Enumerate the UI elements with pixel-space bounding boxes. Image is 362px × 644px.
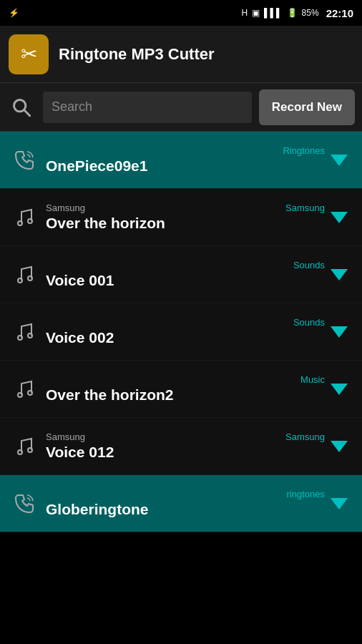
svg-point-7 bbox=[28, 333, 32, 338]
dropdown-button[interactable] bbox=[325, 432, 353, 461]
svg-point-9 bbox=[28, 391, 32, 395]
item-meta: Ringtones bbox=[46, 145, 325, 156]
item-title: Voice 002 bbox=[46, 329, 325, 346]
battery-percent: 85% bbox=[302, 8, 319, 18]
item-info: Sounds Voice 001 bbox=[40, 260, 325, 289]
list-item[interactable]: Sounds Voice 002 bbox=[0, 303, 362, 361]
app-header: ✂ Ringtone MP3 Cutter bbox=[0, 26, 362, 83]
item-title: OnePiece09e1 bbox=[46, 157, 325, 175]
search-input[interactable] bbox=[43, 92, 252, 123]
item-meta: Sounds bbox=[46, 260, 325, 270]
item-category: ringtones bbox=[287, 489, 325, 499]
list-item[interactable]: Music Over the horizon2 bbox=[0, 361, 362, 418]
record-new-button[interactable]: Record New bbox=[259, 89, 355, 125]
music-note-icon bbox=[9, 431, 40, 462]
item-info: Samsung Samsung Over the horizon bbox=[40, 203, 325, 232]
svg-point-3 bbox=[28, 219, 32, 223]
toolbar: Record New bbox=[0, 83, 362, 132]
item-meta: Samsung Samsung bbox=[46, 203, 325, 213]
item-category: Ringtones bbox=[283, 145, 325, 156]
chevron-down-icon bbox=[331, 326, 348, 338]
scissors-icon: ✂ bbox=[21, 42, 37, 66]
chevron-down-icon bbox=[331, 498, 348, 509]
item-category: Sounds bbox=[293, 260, 325, 270]
svg-point-8 bbox=[18, 393, 22, 397]
svg-point-11 bbox=[28, 448, 32, 452]
item-title: Over the horizon2 bbox=[46, 386, 325, 404]
svg-point-6 bbox=[18, 336, 22, 340]
song-list: Ringtones OnePiece09e1 Samsung Samsung O… bbox=[0, 132, 362, 532]
sim-icon: ▣ bbox=[252, 8, 260, 18]
chevron-down-icon bbox=[331, 155, 348, 166]
chevron-down-icon bbox=[331, 441, 348, 452]
usb-icon: ⚡ bbox=[9, 8, 19, 18]
app-logo: ✂ bbox=[9, 34, 49, 74]
list-item[interactable]: Samsung Samsung Over the horizon bbox=[0, 189, 362, 246]
item-artist: Samsung bbox=[46, 431, 85, 442]
svg-point-10 bbox=[18, 450, 22, 454]
music-note-icon bbox=[9, 374, 40, 405]
item-info: Ringtones OnePiece09e1 bbox=[40, 145, 325, 175]
item-info: ringtones Globeringtone bbox=[40, 489, 325, 518]
item-title: Voice 012 bbox=[46, 444, 325, 461]
chevron-down-icon bbox=[331, 269, 348, 280]
signal-icon: ▌▌▌ bbox=[264, 8, 283, 18]
dropdown-button[interactable] bbox=[325, 489, 353, 518]
music-note-icon bbox=[9, 259, 40, 291]
item-meta: ringtones bbox=[46, 489, 325, 499]
item-meta: Music bbox=[46, 374, 325, 385]
dropdown-button[interactable] bbox=[325, 203, 353, 232]
music-note-icon bbox=[9, 202, 40, 233]
chevron-down-icon bbox=[331, 384, 348, 395]
list-item[interactable]: ringtones Globeringtone bbox=[0, 475, 362, 532]
search-icon-wrap bbox=[7, 93, 36, 122]
list-item[interactable]: Samsung Samsung Voice 012 bbox=[0, 418, 362, 475]
dropdown-button[interactable] bbox=[325, 260, 353, 289]
search-icon bbox=[11, 97, 31, 117]
status-bar: ⚡ H ▣ ▌▌▌ 🔋 85% 22:10 bbox=[0, 0, 362, 26]
item-category: Samsung bbox=[285, 203, 325, 213]
item-info: Samsung Samsung Voice 012 bbox=[40, 431, 325, 461]
item-category: Sounds bbox=[293, 317, 325, 328]
item-title: Over the horizon bbox=[46, 215, 325, 232]
item-meta: Sounds bbox=[46, 317, 325, 328]
app-title: Ringtone MP3 Cutter bbox=[59, 45, 215, 64]
item-category: Music bbox=[300, 374, 325, 385]
phone-icon bbox=[9, 488, 40, 519]
dropdown-button[interactable] bbox=[325, 318, 353, 346]
list-item[interactable]: Ringtones OnePiece09e1 bbox=[0, 132, 362, 189]
item-title: Voice 001 bbox=[46, 272, 325, 289]
list-item[interactable]: Sounds Voice 001 bbox=[0, 246, 362, 303]
dropdown-button[interactable] bbox=[325, 375, 353, 404]
battery-icon: 🔋 bbox=[287, 8, 298, 18]
svg-point-4 bbox=[18, 278, 22, 283]
dropdown-button[interactable] bbox=[325, 146, 353, 175]
item-title: Globeringtone bbox=[46, 501, 325, 518]
item-meta: Samsung Samsung bbox=[46, 431, 325, 442]
svg-point-2 bbox=[18, 221, 22, 225]
svg-line-1 bbox=[24, 110, 30, 116]
phone-icon bbox=[9, 145, 40, 176]
item-info: Sounds Voice 002 bbox=[40, 317, 325, 346]
item-category: Samsung bbox=[285, 431, 325, 442]
status-time: 22:10 bbox=[326, 7, 353, 19]
item-artist: Samsung bbox=[46, 203, 85, 213]
svg-point-5 bbox=[28, 276, 32, 280]
item-info: Music Over the horizon2 bbox=[40, 374, 325, 404]
music-note-icon bbox=[9, 316, 40, 348]
chevron-down-icon bbox=[331, 212, 348, 223]
h-indicator: H bbox=[241, 8, 248, 18]
